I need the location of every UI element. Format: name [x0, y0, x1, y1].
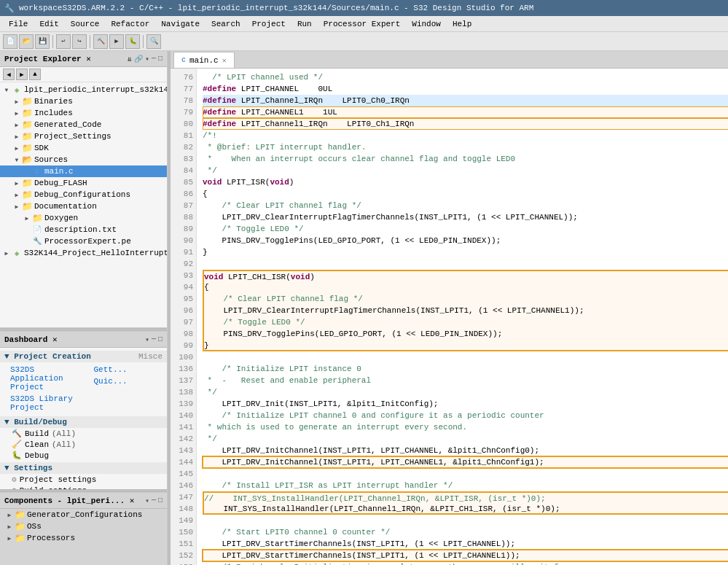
code-line-88[interactable]: LPIT_DRV_ClearInterruptFlagTimerChannels…: [203, 211, 728, 223]
code-line-83[interactable]: * When an interrupt occurs clear channel…: [203, 153, 728, 165]
gett-item[interactable]: Gett...: [90, 364, 168, 375]
tree-processor-expert[interactable]: 🔧 ProcessorExpert.pe: [0, 235, 167, 247]
code-line-98[interactable]: PINS_DRV_TogglePins(LED_GPIO_PORT, (1 <<…: [203, 328, 728, 340]
comp-oss[interactable]: ▶ 📁 OSs: [0, 521, 167, 532]
code-line-90[interactable]: PINS_DRV_TogglePins(LED_GPIO_PORT, (1 <<…: [203, 235, 728, 246]
code-line-143[interactable]: LPIT_DRV_InitChannel(INST_LPIT1, LPIT_CH…: [203, 445, 728, 456]
code-line-136[interactable]: /* Initialize LPIT instance 0: [203, 363, 728, 375]
tab-close-btn[interactable]: ✕: [222, 56, 227, 65]
menu-item-navigate[interactable]: Navigate: [155, 18, 206, 30]
tree-s32k-hello[interactable]: ▶ ◈ S32K144_Project_HelloInterrupts: Deb: [0, 247, 167, 259]
comp-min-btn[interactable]: ─: [152, 496, 156, 505]
tab-main-c[interactable]: c main.c ✕: [173, 52, 235, 68]
toolbar-open[interactable]: 📂: [19, 34, 34, 49]
code-line-144[interactable]: LPIT_DRV_InitChannel(INST_LPIT1, LPIT_CH…: [203, 456, 728, 468]
code-line-97[interactable]: /* Toggle LED0 */: [203, 316, 728, 328]
menu-item-file[interactable]: File: [3, 18, 34, 30]
code-line-152[interactable]: LPIT_DRV_StartTimerChannels(INST_LPIT1, …: [203, 550, 728, 561]
dash-max-btn[interactable]: □: [158, 335, 163, 344]
code-line-141[interactable]: * which is used to generate an interrupt…: [203, 421, 728, 433]
code-line-79[interactable]: #define LPIT_CHANNEL1 1UL: [203, 106, 728, 118]
code-line-153[interactable]: /* Peripherals Initialization is complet…: [203, 561, 728, 565]
toolbar-undo[interactable]: ↩: [56, 34, 71, 49]
code-line-151[interactable]: LPIT_DRV_StartTimerChannels(INST_LPIT1, …: [203, 538, 728, 550]
code-line-148[interactable]: INT_SYS_InstallHandler(LPIT_Channel1_IRQ…: [203, 503, 728, 515]
menu-item-edit[interactable]: Edit: [34, 18, 64, 30]
code-line-91[interactable]: }: [203, 246, 728, 258]
code-line-95[interactable]: /* Clear LPIT channel flag */: [203, 293, 728, 305]
code-line-99[interactable]: }: [203, 340, 728, 351]
s32ds-lib-project-item[interactable]: S32DS Library Project: [6, 393, 84, 413]
code-line-139[interactable]: LPIT_DRV_Init(INST_LPIT1, &lpit1_InitCon…: [203, 398, 728, 410]
comp-max-btn[interactable]: □: [158, 496, 163, 505]
tree-includes[interactable]: ▶ 📁 Includes: [0, 107, 167, 119]
code-line-140[interactable]: /* Initialize LPIT channel 0 and configu…: [203, 410, 728, 421]
code-line-149[interactable]: [203, 515, 728, 526]
menu-item-search[interactable]: Search: [206, 18, 246, 30]
menu-btn[interactable]: ▾: [145, 55, 149, 63]
debug-item[interactable]: 🐛 Debug: [6, 450, 167, 461]
link-editor-btn[interactable]: 🔗: [134, 55, 143, 63]
tree-root[interactable]: ▼ ◈ lpit_periodic_interrupt_s32k144: De: [0, 84, 167, 96]
code-line-93[interactable]: void LPIT_CH1_ISR(void): [203, 270, 728, 281]
code-line-89[interactable]: /* Toggle LED0 */: [203, 223, 728, 235]
menu-item-source[interactable]: Source: [65, 18, 106, 30]
code-line-150[interactable]: /* Start LPIT0 channel 0 counter */: [203, 526, 728, 538]
code-line-86[interactable]: {: [203, 188, 728, 200]
toolbar-save[interactable]: 💾: [35, 34, 50, 49]
maximize-btn[interactable]: □: [158, 55, 163, 63]
tree-project-settings[interactable]: ▶ 📁 Project_Settings: [0, 130, 167, 142]
code-line-94[interactable]: {: [203, 281, 728, 293]
clean-all-item[interactable]: 🧹 Clean (All): [6, 439, 167, 450]
tree-debug-flash[interactable]: ▶ 📁 Debug_FLASH: [0, 177, 167, 189]
dash-min-btn[interactable]: ─: [152, 335, 156, 344]
forward-btn[interactable]: ▶: [16, 69, 28, 80]
comp-gen-configs[interactable]: ▶ 📁 Generator_Configurations: [0, 509, 167, 521]
toolbar-search[interactable]: 🔍: [146, 34, 161, 49]
comp-menu-btn[interactable]: ▾: [145, 496, 149, 505]
up-btn[interactable]: ▲: [29, 69, 41, 80]
collapse-all-btn[interactable]: ⇊: [128, 55, 132, 63]
menu-item-run[interactable]: Run: [291, 18, 318, 30]
code-line-146[interactable]: /* Install LPIT_ISR as LPIT interrupt ha…: [203, 480, 728, 491]
code-line-81[interactable]: /*!: [203, 130, 728, 141]
minimize-btn[interactable]: ─: [152, 55, 156, 63]
quic-item[interactable]: Quic...: [90, 375, 168, 387]
tree-binaries[interactable]: ▶ 📁 Binaries: [0, 96, 167, 107]
code-line-84[interactable]: */: [203, 165, 728, 176]
code-line-96[interactable]: LPIT_DRV_ClearInterruptFlagTimerChannels…: [203, 305, 728, 316]
code-line-145[interactable]: [203, 468, 728, 480]
s32ds-app-project-item[interactable]: S32DS Application Project: [6, 364, 84, 393]
code-line-80[interactable]: #define LPIT_Channel1_IRQn LPIT0_Ch1_IRQ…: [203, 118, 728, 130]
comp-processors[interactable]: ▶ 📁 Processors: [0, 532, 167, 544]
code-line-82[interactable]: * @brief: LPIT interrupt handler.: [203, 141, 728, 153]
menu-item-project[interactable]: Project: [246, 18, 291, 30]
code-area[interactable]: 7677787980818283848586878889909192939495…: [171, 69, 728, 565]
tree-debug-configs[interactable]: ▶ 📁 Debug_Configurations: [0, 189, 167, 200]
code-line-92[interactable]: [203, 258, 728, 270]
toolbar-new[interactable]: 📄: [3, 34, 17, 49]
code-line-137[interactable]: * - Reset and enable peripheral: [203, 375, 728, 386]
toolbar-run[interactable]: ▶: [109, 34, 124, 49]
build-all-item[interactable]: 🔨 Build (All): [6, 428, 167, 439]
menu-item-help[interactable]: Help: [447, 18, 477, 30]
code-line-76[interactable]: /* LPIT channel used */: [203, 71, 728, 83]
menu-item-window[interactable]: Window: [406, 18, 447, 30]
code-line-85[interactable]: void LPIT_ISR(void): [203, 176, 728, 188]
menu-item-refactor[interactable]: Refactor: [105, 18, 155, 30]
code-line-142[interactable]: */: [203, 433, 728, 445]
code-line-77[interactable]: #define LPIT_CHANNEL 0UL: [203, 83, 728, 95]
back-btn[interactable]: ◀: [3, 69, 15, 80]
code-line-78[interactable]: #define LPIT_Channel_IRQn LPIT0_Ch0_IRQn: [203, 95, 728, 106]
tree-main-c[interactable]: c main.c: [0, 165, 167, 177]
menu-item-processor expert[interactable]: Processor Expert: [318, 18, 407, 30]
project-settings-item[interactable]: ⚙ Project settings: [6, 474, 167, 485]
toolbar-redo[interactable]: ↪: [72, 34, 87, 49]
tree-doxygen[interactable]: ▶ 📁 Doxygen: [0, 212, 167, 224]
tree-generated[interactable]: ▶ 📁 Generated_Code: [0, 119, 167, 130]
tree-sources[interactable]: ▼ 📂 Sources: [0, 154, 167, 165]
code-line-100[interactable]: [203, 351, 728, 363]
tree-sdk[interactable]: ▶ 📁 SDK: [0, 142, 167, 154]
toolbar-build[interactable]: 🔨: [93, 34, 108, 49]
tree-description[interactable]: 📄 description.txt: [0, 224, 167, 235]
